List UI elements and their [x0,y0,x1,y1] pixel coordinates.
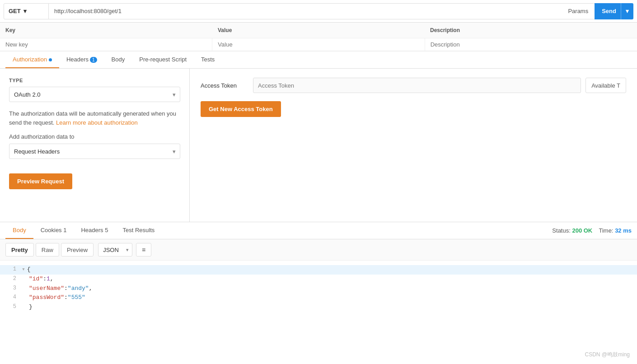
time-value: 32 ms [615,227,632,234]
new-key-input[interactable] [0,38,212,51]
auth-panel: TYPE No Auth API Key Bearer Token Basic … [0,69,637,222]
response-status: Status: 200 OK Time: 32 ms [552,227,632,234]
code-toolbar: Pretty Raw Preview JSON XML HTML Text ▾ … [0,239,637,261]
tab-tests[interactable]: Tests [194,51,222,68]
raw-button[interactable]: Raw [36,243,59,257]
code-line-1: 1 ▾ { [0,265,637,275]
authorization-dot [49,58,52,61]
url-input[interactable] [49,3,562,19]
send-label: Send [602,8,621,14]
auth-right: Access Token Available T Get New Access … [190,69,637,222]
request-tabs-bar: Authorization Headers1 Body Pre-request … [0,51,637,69]
preview-button[interactable]: Preview [61,243,94,257]
code-line-3: 3 "userName": "andy", [0,284,637,294]
access-token-row: Access Token Available T [201,78,626,93]
auth-description: The authorization data will be automatic… [9,109,180,127]
new-value-input[interactable] [212,38,425,51]
params-table: Key Value Description [0,23,637,51]
response-tab-cookies[interactable]: Cookies 1 [33,222,74,239]
access-token-input[interactable] [253,78,581,93]
send-arrow-icon[interactable]: ▾ [621,3,633,19]
key-column-header: Key [0,25,212,35]
tab-headers[interactable]: Headers1 [59,51,104,68]
response-headers-badge: 5 [105,227,108,233]
auth-left: TYPE No Auth API Key Bearer Token Basic … [0,69,190,222]
auth-type-select-wrapper: No Auth API Key Bearer Token Basic Auth … [9,87,180,102]
method-label: GET [9,8,21,14]
available-tokens-button[interactable]: Available T [585,78,626,93]
response-tabs-bar: Body Cookies 1 Headers 5 Test Results St… [0,222,637,239]
learn-more-link[interactable]: Learn more [56,119,88,126]
access-token-label: Access Token [201,82,246,89]
tab-body[interactable]: Body [104,51,132,68]
new-description-input[interactable] [425,38,637,51]
collapse-toggle[interactable]: ▾ [22,265,25,275]
params-new-row [0,38,637,51]
tab-pre-request[interactable]: Pre-request Script [132,51,194,68]
add-auth-label: Add authorization data to [9,133,180,140]
headers-badge: 1 [90,57,97,63]
wrap-lines-icon: ≡ [142,246,145,253]
method-select[interactable]: GET ▾ [4,3,49,19]
auth-type-select[interactable]: No Auth API Key Bearer Token Basic Auth … [9,87,180,102]
cookies-badge: 1 [63,227,66,233]
params-button[interactable]: Params [562,3,595,19]
description-column-header: Description [425,25,637,35]
wrap-icon-button[interactable]: ≡ [136,243,151,257]
get-new-access-token-button[interactable]: Get New Access Token [201,101,281,117]
code-line-5: 5 } [0,303,637,312]
code-line-4: 4 "passWord": "555" [0,293,637,303]
status-value: 200 OK [572,227,592,234]
format-select-wrapper: JSON XML HTML Text ▾ [98,243,132,257]
about-authorization-link[interactable]: about authorization [88,119,138,126]
code-line-2: 2 "id": 1, [0,275,637,284]
tab-authorization[interactable]: Authorization [5,51,59,68]
params-header: Key Value Description [0,23,637,38]
access-token-input-wrapper: Available T [253,78,626,93]
pretty-button[interactable]: Pretty [5,243,34,257]
add-to-select-wrapper: Request Headers Request Body ▾ [9,144,180,159]
response-tab-body[interactable]: Body [5,222,33,239]
type-label: TYPE [9,78,180,83]
top-bar: GET ▾ Params Send ▾ [0,0,637,23]
response-tab-headers[interactable]: Headers 5 [74,222,115,239]
value-column-header: Value [212,25,425,35]
send-button[interactable]: Send ▾ [595,3,633,19]
format-select[interactable]: JSON XML HTML Text [98,243,132,257]
add-to-select[interactable]: Request Headers Request Body [9,144,180,159]
preview-request-button[interactable]: Preview Request [9,173,72,189]
method-chevron-icon: ▾ [23,8,27,14]
response-tab-test-results[interactable]: Test Results [115,222,162,239]
code-view: 1 ▾ { 2 "id": 1, 3 "userName": "andy", 4… [0,261,637,317]
